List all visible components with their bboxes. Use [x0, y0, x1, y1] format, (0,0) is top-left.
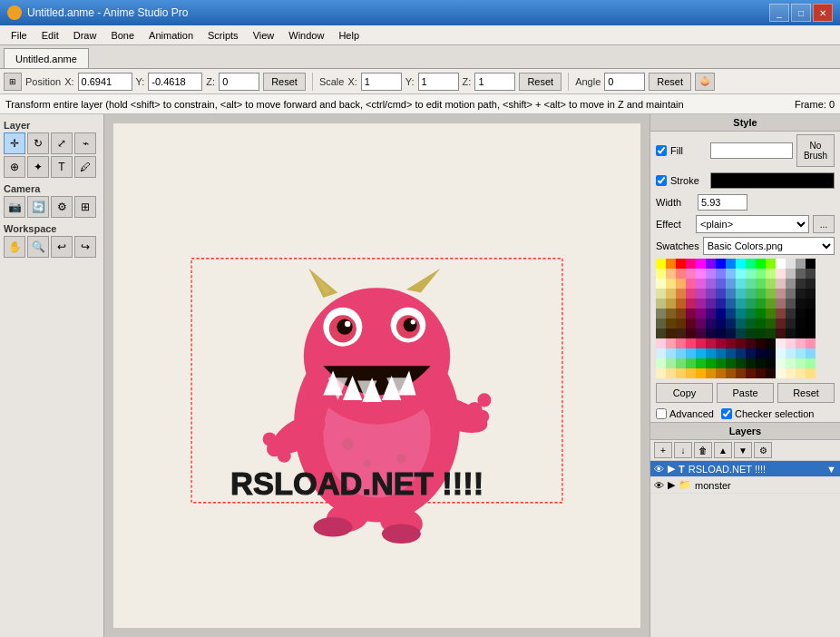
menu-file[interactable]: File [4, 25, 34, 45]
palette-cell[interactable] [676, 259, 686, 269]
stroke-color-swatch[interactable] [710, 172, 835, 189]
menu-window[interactable]: Window [281, 25, 331, 45]
palette-cell[interactable] [776, 368, 786, 378]
palette-cell[interactable] [686, 259, 696, 269]
tab-untitled[interactable]: Untitled.anme [4, 48, 89, 68]
z-input[interactable] [219, 73, 259, 91]
palette-cell[interactable] [756, 289, 766, 299]
palette-cell[interactable] [766, 299, 776, 309]
palette-cell[interactable] [666, 309, 676, 318]
rotate-tool[interactable]: ↻ [27, 132, 49, 154]
advanced-checkbox[interactable] [656, 408, 667, 419]
palette-cell[interactable] [696, 318, 706, 328]
palette-cell[interactable] [786, 368, 796, 378]
palette-cell[interactable] [796, 318, 806, 328]
menu-view[interactable]: View [246, 25, 282, 45]
palette-cell[interactable] [716, 338, 726, 348]
palette-cell[interactable] [726, 269, 736, 279]
palette-cell[interactable] [756, 358, 766, 368]
palette-cell[interactable] [656, 348, 666, 358]
width-input[interactable] [698, 194, 747, 211]
palette-cell[interactable] [786, 348, 796, 358]
palette-cell[interactable] [736, 318, 746, 328]
text-tool[interactable]: T [51, 156, 73, 178]
palette-cell[interactable] [776, 328, 786, 338]
swatches-select[interactable]: Basic Colors.png [703, 237, 835, 255]
palette-cell[interactable] [716, 299, 726, 309]
palette-cell[interactable] [716, 269, 726, 279]
palette-cell[interactable] [756, 318, 766, 328]
palette-cell[interactable] [716, 328, 726, 338]
palette-cell[interactable] [746, 289, 756, 299]
menu-draw[interactable]: Draw [66, 25, 104, 45]
palette-cell[interactable] [686, 348, 696, 358]
palette-cell[interactable] [726, 299, 736, 309]
palette-cell[interactable] [746, 259, 756, 269]
palette-cell[interactable] [706, 269, 716, 279]
palette-cell[interactable] [726, 318, 736, 328]
palette-cell[interactable] [666, 368, 676, 378]
delete-layer-btn[interactable]: 🗑 [694, 442, 712, 458]
palette-cell[interactable] [686, 309, 696, 318]
palette-cell[interactable] [696, 348, 706, 358]
palette-cell[interactable] [786, 289, 796, 299]
palette-cell[interactable] [696, 309, 706, 318]
palette-cell[interactable] [656, 358, 666, 368]
cam-tool4[interactable]: ⊞ [74, 196, 96, 218]
palette-cell[interactable] [676, 269, 686, 279]
palette-cell[interactable] [716, 309, 726, 318]
palette-cell[interactable] [676, 318, 686, 328]
cam-tool3[interactable]: ⚙ [51, 196, 73, 218]
palette-cell[interactable] [756, 328, 766, 338]
palette-cell[interactable] [736, 348, 746, 358]
layer-item-monster[interactable]: 👁 ▶ 📁 monster [650, 477, 840, 494]
layer-down-btn[interactable]: ▼ [734, 442, 752, 458]
palette-cell[interactable] [806, 309, 816, 318]
advanced-checkbox-label[interactable]: Advanced [656, 408, 714, 419]
palette-cell[interactable] [696, 289, 706, 299]
palette-cell[interactable] [666, 289, 676, 299]
palette-cell[interactable] [756, 348, 766, 358]
palette-cell[interactable] [746, 269, 756, 279]
minimize-button[interactable]: _ [769, 4, 789, 22]
palette-cell[interactable] [806, 289, 816, 299]
palette-cell[interactable] [696, 338, 706, 348]
palette-cell[interactable] [696, 299, 706, 309]
zoom-tool[interactable]: 🔍 [27, 236, 49, 258]
palette-cell[interactable] [806, 358, 816, 368]
menu-help[interactable]: Help [331, 25, 366, 45]
palette-cell[interactable] [706, 358, 716, 368]
palette-cell[interactable] [756, 309, 766, 318]
palette-cell[interactable] [736, 269, 746, 279]
palette-cell[interactable] [766, 368, 776, 378]
layer-settings-btn[interactable]: ⚙ [754, 442, 772, 458]
fill-checkbox[interactable] [656, 145, 667, 156]
y-input[interactable] [148, 73, 202, 91]
palette-cell[interactable] [706, 338, 716, 348]
palette-cell[interactable] [786, 279, 796, 289]
palette-cell[interactable] [776, 289, 786, 299]
palette-cell[interactable] [676, 368, 686, 378]
palette-cell[interactable] [676, 358, 686, 368]
palette-cell[interactable] [776, 348, 786, 358]
palette-cell[interactable] [796, 328, 806, 338]
palette-cell[interactable] [716, 289, 726, 299]
palette-cell[interactable] [706, 299, 716, 309]
palette-cell[interactable] [686, 299, 696, 309]
stroke-checkbox[interactable] [656, 175, 667, 186]
palette-cell[interactable] [756, 299, 766, 309]
palette-cell[interactable] [746, 299, 756, 309]
x-input[interactable] [78, 73, 132, 91]
effect-select[interactable]: <plain> [696, 215, 809, 233]
palette-cell[interactable] [716, 259, 726, 269]
palette-cell[interactable] [686, 269, 696, 279]
close-button[interactable]: ✕ [813, 4, 833, 22]
palette-cell[interactable] [686, 279, 696, 289]
bone-tool[interactable]: ✦ [27, 156, 49, 178]
palette-cell[interactable] [736, 328, 746, 338]
palette-cell[interactable] [716, 348, 726, 358]
angle-input[interactable] [604, 73, 645, 91]
palette-cell[interactable] [776, 358, 786, 368]
copy-button[interactable]: Copy [656, 383, 713, 403]
palette-cell[interactable] [676, 328, 686, 338]
